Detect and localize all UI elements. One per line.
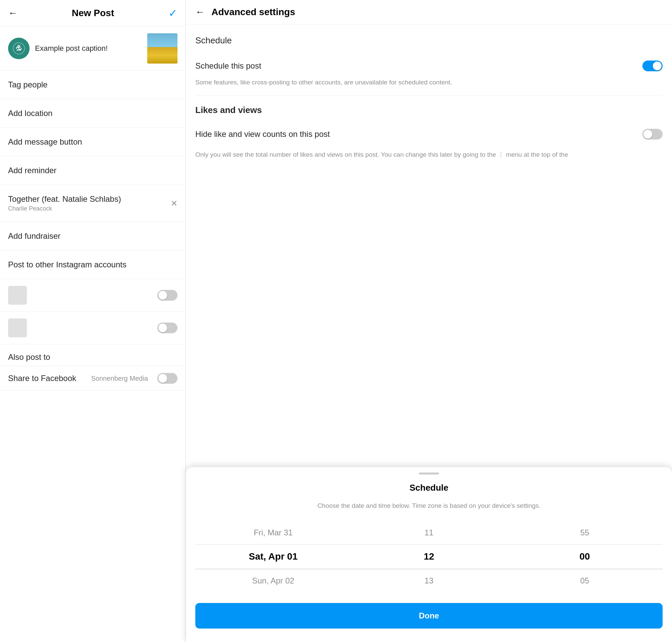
right-panel: ← Advanced settings Schedule Schedule th… bbox=[186, 0, 672, 642]
left-title: New Post bbox=[72, 8, 114, 18]
menu-item-add-location[interactable]: Add location bbox=[0, 99, 185, 128]
schedule-this-post-row: Schedule this post bbox=[195, 54, 662, 78]
date-row-1[interactable]: Sat, Apr 01 bbox=[195, 544, 351, 569]
schedule-bottom-sheet: Schedule Choose the date and time below.… bbox=[186, 467, 672, 642]
bottom-sheet-title: Schedule bbox=[195, 483, 662, 493]
toggle-knob bbox=[643, 130, 652, 139]
hour-column: 11 12 13 bbox=[351, 521, 507, 592]
hide-likes-label: Hide like and view counts on this post bbox=[195, 129, 330, 139]
schedule-this-post-label: Schedule this post bbox=[195, 61, 261, 70]
account-toggle-2 bbox=[0, 312, 185, 344]
account-thumbnail-1 bbox=[8, 286, 27, 305]
share-facebook-label: Share to Facebook bbox=[8, 374, 86, 383]
post-to-accounts-label: Post to other Instagram accounts bbox=[0, 251, 185, 279]
schedule-section: Schedule Schedule this post Some feature… bbox=[186, 25, 672, 95]
done-button[interactable]: Done bbox=[195, 603, 662, 629]
schedule-note: Some features, like cross-posting to oth… bbox=[195, 78, 662, 95]
left-panel: ← New Post ✓ Example post caption! Tag p… bbox=[0, 0, 186, 642]
right-title: Advanced settings bbox=[211, 7, 295, 17]
also-post-label: Also post to bbox=[8, 352, 50, 361]
share-facebook-row: Share to Facebook Sonnenberg Media bbox=[0, 366, 185, 391]
right-header: ← Advanced settings bbox=[186, 0, 672, 25]
confirm-button[interactable]: ✓ bbox=[168, 7, 178, 20]
left-back-button[interactable]: ← bbox=[8, 8, 17, 18]
hour-row-2[interactable]: 13 bbox=[351, 569, 507, 592]
drag-handle bbox=[419, 473, 439, 475]
also-post-section: Also post to bbox=[0, 344, 185, 366]
right-back-button[interactable]: ← bbox=[195, 7, 205, 17]
time-picker: Fri, Mar 31 Sat, Apr 01 Sun, Apr 02 11 1… bbox=[195, 521, 662, 592]
date-column: Fri, Mar 31 Sat, Apr 01 Sun, Apr 02 bbox=[195, 521, 351, 592]
menu-item-label: Add message button bbox=[8, 137, 82, 146]
minute-row-0[interactable]: 55 bbox=[507, 521, 662, 544]
account-toggle-switch-2[interactable] bbox=[157, 322, 178, 333]
minute-row-2[interactable]: 05 bbox=[507, 569, 662, 592]
toggle-knob bbox=[158, 323, 167, 332]
minute-row-1[interactable]: 00 bbox=[507, 544, 662, 569]
menu-item-label: Tag people bbox=[8, 80, 48, 89]
account-toggle-switch-1[interactable] bbox=[157, 290, 178, 301]
toggle-knob bbox=[158, 291, 167, 300]
schedule-description: Choose the date and time below. Time zon… bbox=[195, 501, 662, 511]
hide-likes-toggle[interactable] bbox=[643, 129, 662, 140]
schedule-section-title: Schedule bbox=[195, 35, 662, 46]
menu-item-label: Add location bbox=[8, 108, 52, 118]
toggle-knob bbox=[653, 62, 662, 70]
minute-column: 55 00 05 bbox=[507, 521, 662, 592]
likes-section-title: Likes and views bbox=[195, 105, 662, 115]
likes-section: Likes and views Hide like and view count… bbox=[186, 95, 672, 159]
account-toggle-1 bbox=[0, 279, 185, 312]
toggle-knob bbox=[158, 374, 167, 383]
menu-item-label: Add reminder bbox=[8, 166, 56, 175]
menu-item-label: Post to other Instagram accounts bbox=[8, 260, 126, 269]
post-preview: Example post caption! bbox=[0, 27, 185, 70]
menu-item-sublabel: Charlie Peacock bbox=[8, 205, 121, 212]
avatar bbox=[8, 38, 29, 59]
share-facebook-value: Sonnenberg Media bbox=[91, 375, 148, 382]
date-row-2[interactable]: Sun, Apr 02 bbox=[195, 569, 351, 592]
date-row-0[interactable]: Fri, Mar 31 bbox=[195, 521, 351, 544]
post-thumbnail bbox=[147, 33, 178, 64]
menu-item-add-fundraiser[interactable]: Add fundraiser bbox=[0, 222, 185, 251]
thumbnail-sky bbox=[147, 33, 178, 49]
hour-row-0[interactable]: 11 bbox=[351, 521, 507, 544]
menu-item-add-reminder[interactable]: Add reminder bbox=[0, 156, 185, 185]
menu-item-tag-people[interactable]: Tag people bbox=[0, 70, 185, 99]
hide-likes-row: Hide like and view counts on this post bbox=[195, 122, 662, 146]
schedule-toggle[interactable] bbox=[643, 61, 662, 71]
hour-row-1[interactable]: 12 bbox=[351, 544, 507, 569]
menu-item-label: Add fundraiser bbox=[8, 231, 61, 241]
left-header: ← New Post ✓ bbox=[0, 0, 185, 27]
thumbnail-flowers bbox=[147, 47, 178, 64]
account-thumbnail-2 bbox=[8, 319, 27, 337]
likes-description: Only you will see the total number of li… bbox=[195, 146, 662, 159]
menu-item-add-message-button[interactable]: Add message button bbox=[0, 128, 185, 156]
remove-song-button[interactable]: ✕ bbox=[171, 199, 178, 208]
menu-item-together[interactable]: Together (feat. Natalie Schlabs) Charlie… bbox=[0, 185, 185, 222]
menu-item-label: Together (feat. Natalie Schlabs) bbox=[8, 194, 121, 204]
post-caption: Example post caption! bbox=[35, 44, 142, 53]
share-facebook-toggle[interactable] bbox=[157, 373, 178, 384]
